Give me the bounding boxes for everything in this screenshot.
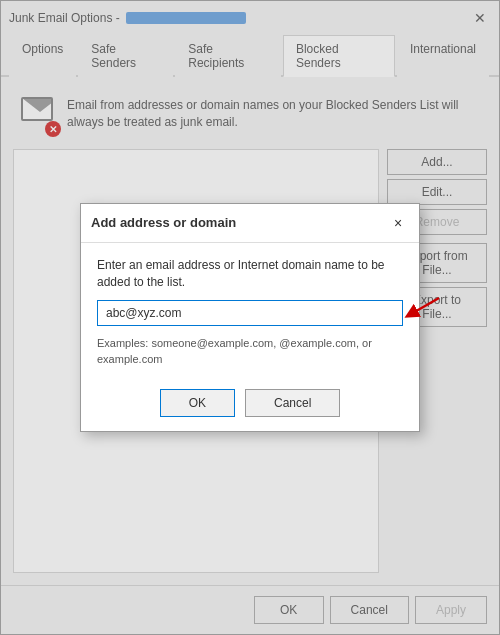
dialog-body: Enter an email address or Internet domai… bbox=[81, 243, 419, 381]
dialog-instruction: Enter an email address or Internet domai… bbox=[97, 257, 403, 291]
address-input[interactable] bbox=[97, 300, 403, 326]
dialog-cancel-button[interactable]: Cancel bbox=[245, 389, 340, 417]
dialog-close-button[interactable]: × bbox=[387, 212, 409, 234]
main-window: Junk Email Options - ✕ Options Safe Send… bbox=[0, 0, 500, 635]
red-arrow-icon bbox=[401, 292, 441, 322]
dialog-input-row bbox=[97, 300, 403, 326]
svg-line-1 bbox=[411, 298, 439, 314]
dialog-close-icon: × bbox=[394, 215, 402, 231]
dialog-examples-text: Examples: someone@example.com, @example.… bbox=[97, 336, 403, 367]
dialog-titlebar: Add address or domain × bbox=[81, 204, 419, 243]
dialog-title: Add address or domain bbox=[91, 215, 236, 230]
dialog-ok-button[interactable]: OK bbox=[160, 389, 235, 417]
dialog-buttons: OK Cancel bbox=[81, 381, 419, 431]
dialog-overlay: Add address or domain × Enter an email a… bbox=[1, 1, 499, 634]
add-address-dialog: Add address or domain × Enter an email a… bbox=[80, 203, 420, 432]
